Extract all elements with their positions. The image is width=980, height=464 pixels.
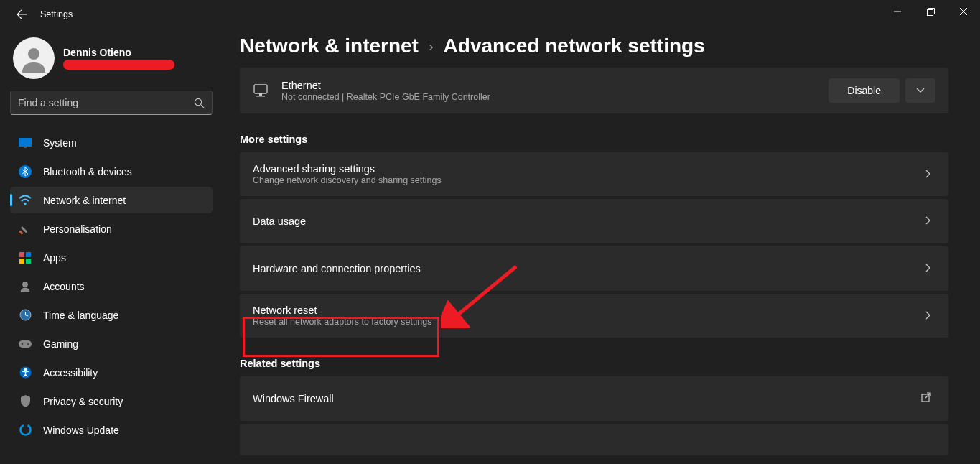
nav-label: Accessibility [43,367,98,379]
svg-rect-21 [254,85,267,93]
breadcrumb-current: Advanced network settings [444,34,705,57]
hardware-properties-card[interactable]: Hardware and connection properties [240,246,948,291]
chevron-right-icon: › [429,38,434,55]
minimize-button[interactable] [881,0,914,23]
maximize-button[interactable] [914,0,947,23]
windows-firewall-card[interactable]: Windows Firewall [240,376,948,421]
nav-item-apps[interactable]: Apps [10,244,213,271]
accessibility-icon [19,366,32,379]
chevron-right-icon [925,215,931,228]
back-button[interactable] [13,6,30,23]
network-reset-card[interactable]: Network reset Reset all network adaptors… [240,294,948,338]
person-icon [19,44,48,73]
nav-label: Bluetooth & devices [43,166,132,177]
nav-item-accounts[interactable]: Accounts [10,273,213,300]
nav-item-system[interactable]: System [10,129,213,156]
nav-list: System Bluetooth & devices Network & int… [10,129,213,443]
wifi-icon [19,194,32,207]
breadcrumb: Network & internet › Advanced network se… [240,34,948,57]
search-input[interactable] [18,97,194,108]
card-title: Advanced sharing settings [253,163,925,175]
card-title: Hardware and connection properties [253,263,925,274]
maximize-icon [927,8,935,16]
svg-rect-9 [19,252,24,257]
nav-label: Windows Update [43,424,119,436]
related-settings-header: Related settings [240,358,948,369]
search-icon [194,98,205,108]
nav-item-privacy[interactable]: Privacy & security [10,388,213,414]
update-icon [19,424,32,437]
arrow-left-icon [16,9,27,20]
card-title: Data usage [253,215,925,227]
gaming-icon [19,338,32,351]
advanced-sharing-card[interactable]: Advanced sharing settings Change network… [240,152,948,196]
expand-button[interactable] [905,78,935,103]
svg-point-6 [24,202,27,205]
user-email-redacted [63,60,174,70]
disable-button[interactable]: Disable [829,78,900,103]
card-title: Windows Firewall [253,393,921,404]
nav-item-personalisation[interactable]: Personalisation [10,215,213,242]
nav-label: Network & internet [43,195,126,206]
nav-label: Accounts [43,281,85,292]
svg-point-13 [23,282,28,287]
external-link-icon [921,392,931,405]
nav-label: Gaming [43,338,78,350]
nav-item-update[interactable]: Windows Update [10,417,213,443]
card-subtitle: Change network discovery and sharing set… [253,175,925,185]
svg-rect-0 [927,9,933,15]
system-icon [19,136,32,149]
more-settings-header: More settings [240,134,948,145]
chevron-right-icon [925,262,931,275]
chevron-right-icon [925,310,931,323]
svg-rect-22 [259,93,262,96]
svg-rect-7 [19,230,23,234]
nav-label: Privacy & security [43,396,123,407]
svg-rect-11 [19,259,24,264]
more-adapter-card[interactable] [240,424,948,455]
sidebar: Dennis Otieno System Bluetooth & devices… [0,29,223,464]
ethernet-icon [253,84,269,97]
personalisation-icon [19,223,32,236]
card-subtitle: Reset all network adaptors to factory se… [253,317,925,327]
shield-icon [19,395,32,408]
svg-rect-23 [256,96,265,97]
search-box[interactable] [10,91,213,115]
minimize-icon [894,8,901,15]
chevron-down-icon [916,88,925,93]
nav-item-network[interactable]: Network & internet [10,187,213,213]
card-title: Network reset [253,305,925,316]
svg-rect-15 [19,340,32,348]
nav-label: Apps [43,252,66,264]
svg-rect-4 [24,147,27,148]
window-controls [881,0,980,23]
nav-label: Time & language [43,310,118,321]
avatar [13,37,55,79]
breadcrumb-root[interactable]: Network & internet [240,34,419,57]
user-name: Dennis Otieno [63,47,174,58]
ethernet-subtitle: Not connected | Realtek PCIe GbE Family … [281,92,829,102]
bluetooth-icon [19,165,32,178]
user-profile[interactable]: Dennis Otieno [10,29,223,91]
nav-item-time[interactable]: Time & language [10,302,213,328]
svg-point-16 [22,343,24,345]
close-icon [960,8,967,15]
nav-item-accessibility[interactable]: Accessibility [10,359,213,386]
svg-point-2 [195,98,201,105]
svg-rect-3 [19,138,32,147]
apps-icon [19,251,32,264]
svg-point-1 [28,48,39,60]
ethernet-card: Ethernet Not connected | Realtek PCIe Gb… [240,68,948,113]
svg-point-19 [24,368,27,371]
close-button[interactable] [947,0,980,23]
main-content: Network & internet › Advanced network se… [223,29,980,464]
svg-point-17 [27,343,29,345]
chevron-right-icon [925,168,931,181]
window-title: Settings [40,9,73,19]
data-usage-card[interactable]: Data usage [240,199,948,243]
nav-label: Personalisation [43,223,112,235]
title-bar: Settings [0,0,980,29]
nav-item-bluetooth[interactable]: Bluetooth & devices [10,158,213,185]
nav-item-gaming[interactable]: Gaming [10,330,213,357]
svg-rect-12 [26,259,31,264]
